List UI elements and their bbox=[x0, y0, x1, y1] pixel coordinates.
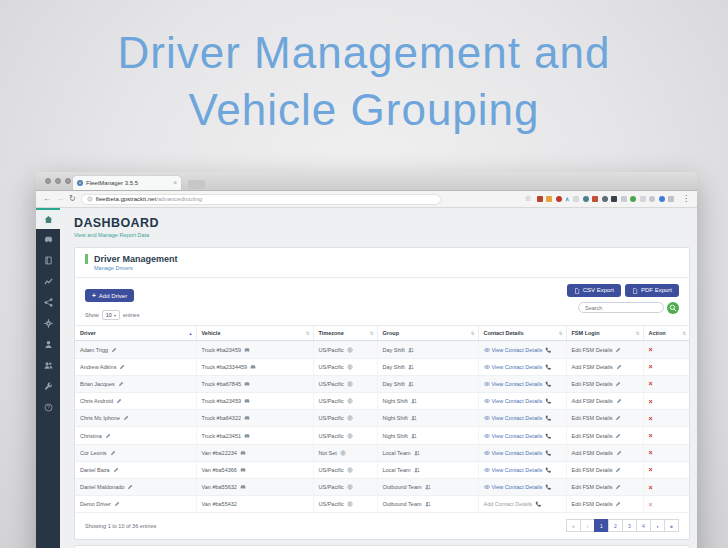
pdf-export-button[interactable]: PDF Export bbox=[625, 284, 679, 297]
browser-tab[interactable]: FleetManager 3.5.5 × bbox=[73, 176, 181, 190]
edit-fsm-pencil-icon[interactable] bbox=[615, 415, 621, 421]
contact-details-link[interactable]: View Contact Details bbox=[484, 467, 543, 473]
contact-details-link[interactable]: View Contact Details bbox=[484, 484, 543, 490]
column-header-fsm[interactable]: FSM Login⇅ bbox=[566, 326, 643, 341]
extension-icon[interactable] bbox=[602, 196, 608, 202]
extension-icon[interactable] bbox=[659, 196, 665, 202]
contact-details-link[interactable]: View Contact Details bbox=[484, 398, 543, 404]
sidebar-item-tools[interactable] bbox=[36, 376, 60, 397]
contact-details-link[interactable]: View Contact Details bbox=[484, 433, 543, 439]
bookmark-star-icon[interactable]: ☆ bbox=[524, 195, 531, 203]
next-page-button[interactable]: › bbox=[650, 519, 665, 532]
edit-fsm-pencil-icon[interactable] bbox=[616, 398, 622, 404]
contact-details-link[interactable]: View Contact Details bbox=[484, 381, 543, 387]
fsm-details-link[interactable]: Edit FSM Details bbox=[572, 433, 613, 439]
column-header-contact[interactable]: Contact Details⇅ bbox=[478, 326, 566, 341]
extension-icon[interactable] bbox=[630, 196, 636, 202]
page-size-select[interactable]: 10 ▾ bbox=[102, 310, 120, 320]
fsm-details-link[interactable]: Edit FSM Details bbox=[572, 415, 613, 421]
edit-fsm-pencil-icon[interactable] bbox=[616, 450, 622, 456]
delete-row-button[interactable]: × bbox=[649, 380, 653, 387]
sidebar-item-settings[interactable] bbox=[36, 313, 60, 334]
fsm-details-link[interactable]: Edit FSM Details bbox=[572, 381, 613, 387]
edit-driver-pencil-icon[interactable] bbox=[123, 415, 129, 421]
edit-driver-pencil-icon[interactable] bbox=[111, 347, 117, 353]
phone-icon[interactable] bbox=[545, 398, 551, 404]
sidebar-item-help[interactable]: ? bbox=[36, 397, 60, 418]
edit-driver-pencil-icon[interactable] bbox=[114, 501, 120, 507]
edit-fsm-pencil-icon[interactable] bbox=[616, 364, 622, 370]
edit-fsm-pencil-icon[interactable] bbox=[615, 381, 621, 387]
fsm-details-link[interactable]: Add FSM Details bbox=[572, 450, 613, 456]
edit-fsm-pencil-icon[interactable] bbox=[615, 501, 621, 507]
column-header-group[interactable]: Group⇅ bbox=[377, 326, 478, 341]
phone-icon[interactable] bbox=[545, 415, 551, 421]
sidebar-item-drivers[interactable] bbox=[36, 334, 60, 355]
delete-row-button[interactable]: × bbox=[649, 501, 653, 508]
extension-icon[interactable] bbox=[649, 196, 655, 202]
fsm-details-link[interactable]: Edit FSM Details bbox=[572, 484, 613, 490]
page-button-3[interactable]: 3 bbox=[622, 519, 637, 532]
phone-icon[interactable] bbox=[545, 364, 551, 370]
extension-icon[interactable] bbox=[640, 196, 646, 202]
delete-row-button[interactable]: × bbox=[649, 484, 653, 491]
fsm-details-link[interactable]: Edit FSM Details bbox=[572, 467, 613, 473]
fsm-details-link[interactable]: Edit FSM Details bbox=[572, 347, 613, 353]
delete-row-button[interactable]: × bbox=[649, 363, 653, 370]
delete-row-button[interactable]: × bbox=[649, 432, 653, 439]
window-zoom-button[interactable] bbox=[65, 178, 71, 184]
phone-icon[interactable] bbox=[545, 347, 551, 353]
back-button[interactable]: ← bbox=[43, 195, 51, 203]
extension-icon[interactable] bbox=[611, 196, 617, 202]
edit-fsm-pencil-icon[interactable] bbox=[615, 433, 621, 439]
contact-details-link[interactable]: View Contact Details bbox=[484, 364, 543, 370]
column-header-vehicle[interactable]: Vehicle⇅ bbox=[196, 326, 313, 341]
edit-driver-pencil-icon[interactable] bbox=[105, 433, 111, 439]
contact-details-link[interactable]: View Contact Details bbox=[484, 450, 543, 456]
sidebar-item-home[interactable] bbox=[36, 208, 60, 229]
browser-menu-icon[interactable]: ⋮ bbox=[682, 195, 690, 203]
page-button-4[interactable]: 4 bbox=[636, 519, 651, 532]
reload-button[interactable]: ↻ bbox=[69, 195, 76, 203]
prev-page-button[interactable]: ‹ bbox=[580, 519, 595, 532]
extension-icon[interactable] bbox=[621, 196, 627, 202]
fsm-details-link[interactable]: Edit FSM Details bbox=[572, 501, 613, 507]
add-driver-button[interactable]: + Add Driver bbox=[85, 289, 134, 302]
window-minimize-button[interactable] bbox=[55, 178, 61, 184]
sidebar-item-crews[interactable] bbox=[36, 355, 60, 376]
edit-fsm-pencil-icon[interactable] bbox=[615, 347, 621, 353]
phone-icon[interactable] bbox=[535, 501, 541, 507]
phone-icon[interactable] bbox=[545, 467, 551, 473]
edit-fsm-pencil-icon[interactable] bbox=[615, 467, 621, 473]
last-page-button[interactable]: » bbox=[664, 519, 679, 532]
sidebar-item-reports[interactable] bbox=[36, 271, 60, 292]
new-tab-button[interactable] bbox=[188, 180, 205, 189]
edit-driver-pencil-icon[interactable] bbox=[113, 467, 119, 473]
column-header-driver[interactable]: Driver▲ bbox=[75, 326, 196, 341]
page-info-icon[interactable] bbox=[87, 196, 93, 202]
edit-fsm-pencil-icon[interactable] bbox=[615, 484, 621, 490]
contact-details-link[interactable]: View Contact Details bbox=[484, 347, 543, 353]
tab-close-icon[interactable]: × bbox=[173, 180, 177, 187]
phone-icon[interactable] bbox=[545, 450, 551, 456]
delete-row-button[interactable]: × bbox=[649, 415, 653, 422]
extension-icon[interactable]: ∧ bbox=[565, 196, 569, 202]
delete-row-button[interactable]: × bbox=[649, 398, 653, 405]
extension-icon[interactable] bbox=[668, 196, 674, 202]
phone-icon[interactable] bbox=[545, 381, 551, 387]
column-header-action[interactable]: Action⇅ bbox=[643, 326, 689, 341]
edit-driver-pencil-icon[interactable] bbox=[116, 398, 122, 404]
search-button[interactable] bbox=[667, 302, 679, 314]
csv-export-button[interactable]: CSV Export bbox=[567, 284, 621, 297]
extension-icon[interactable] bbox=[583, 196, 589, 202]
extension-icon[interactable] bbox=[592, 196, 598, 202]
column-header-timezone[interactable]: Timezone⇅ bbox=[313, 326, 377, 341]
edit-driver-pencil-icon[interactable] bbox=[119, 364, 125, 370]
edit-driver-pencil-icon[interactable] bbox=[110, 450, 116, 456]
phone-icon[interactable] bbox=[545, 484, 551, 490]
address-bar[interactable]: fleetbeta.gpstrackit.net/advancedrouting bbox=[81, 194, 441, 205]
window-close-button[interactable] bbox=[45, 178, 51, 184]
edit-driver-pencil-icon[interactable] bbox=[127, 484, 133, 490]
sidebar-item-routing[interactable] bbox=[36, 292, 60, 313]
delete-row-button[interactable]: × bbox=[649, 466, 653, 473]
